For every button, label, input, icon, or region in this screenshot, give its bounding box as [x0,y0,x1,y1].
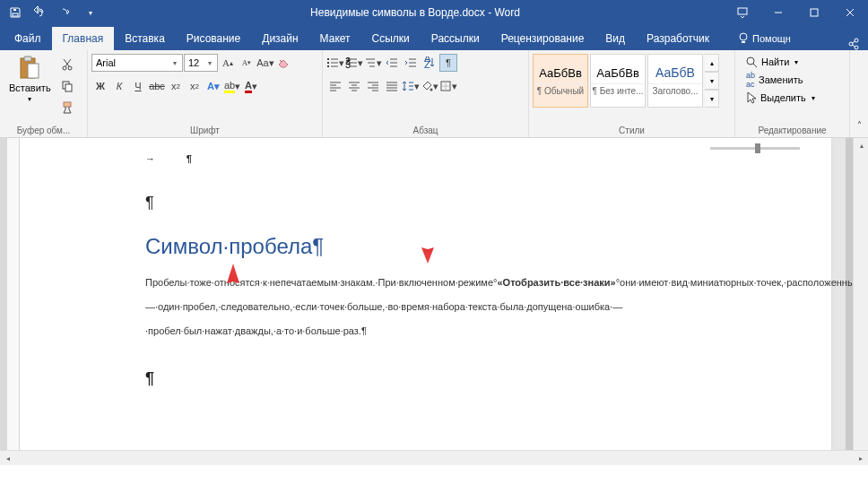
undo-icon [33,6,48,19]
numbering-button[interactable]: 123▾ [345,54,363,72]
grow-font-button[interactable]: A▴ [219,54,237,72]
svg-point-16 [327,58,329,60]
inc-indent-button[interactable] [402,54,420,72]
tab-file[interactable]: Файл [4,27,52,50]
dec-indent-button[interactable] [383,54,401,72]
copy-icon [61,80,74,92]
group-styles-label: Стили [533,124,731,137]
line-spacing-button[interactable]: ▾ [402,77,420,95]
replace-button[interactable]: abac Заменить [742,72,819,88]
tab-view[interactable]: Вид [595,27,636,50]
tab-home[interactable]: Главная [52,27,115,50]
bullets-button[interactable]: ▾ [326,54,344,72]
save-button[interactable] [4,2,27,23]
eraser-icon [277,56,291,69]
copy-button[interactable] [58,77,76,95]
bold-button[interactable]: Ж [91,77,109,95]
group-paragraph-label: Абзац [326,124,525,137]
borders-icon [439,80,452,92]
redo-button[interactable] [54,2,77,23]
end-paragraph-mark: ¶ [145,369,812,388]
shadow-right [846,138,853,465]
horizontal-scrollbar[interactable]: ◂ ▸ [0,450,868,465]
style-label-1: ¶ Без инте... [591,83,645,96]
style-preview-0: АаБбВв [539,66,582,80]
italic-button[interactable]: К [110,77,128,95]
align-justify-button[interactable] [383,77,401,95]
style-no-spacing[interactable]: АаБбВв ¶ Без инте... [590,54,646,108]
font-size-combo[interactable]: 12▾ [184,54,218,72]
align-right-button[interactable] [364,77,382,95]
tab-layout[interactable]: Макет [309,27,361,50]
tab-insert[interactable]: Вставка [114,27,176,50]
scroll-up-button[interactable]: ▴ [854,138,868,153]
select-button[interactable]: Выделить▾ [742,90,819,106]
tab-design[interactable]: Дизайн [251,27,308,50]
cut-button[interactable] [58,56,76,74]
font-name-combo[interactable]: Arial▾ [91,54,183,72]
svg-point-24 [430,89,433,91]
cut-icon [61,58,74,71]
zoom-slider[interactable] [710,147,800,150]
multilevel-button[interactable]: ▾ [364,54,382,72]
underline-button[interactable]: Ч [129,77,147,95]
style-heading1[interactable]: АаБбВ Заголово... [647,54,703,108]
font-name-dd[interactable]: ▾ [169,59,180,67]
tab-draw[interactable]: Рисование [176,27,251,50]
style-label-2: Заголово... [648,83,702,96]
paste-button[interactable]: Вставить ▾ [4,54,56,105]
change-case-button[interactable]: Aa▾ [256,54,274,72]
tell-me-label: Помощн [752,33,791,44]
minimize-button[interactable] [760,0,796,25]
vertical-scrollbar[interactable]: ▴ ▾ [853,138,868,465]
align-center-button[interactable] [345,77,363,95]
tab-review[interactable]: Рецензирование [490,27,595,50]
group-font-label: Шрифт [91,124,318,137]
superscript-button[interactable]: x2 [186,77,204,95]
maximize-icon [810,8,819,17]
align-left-icon [329,81,342,91]
strike-button[interactable]: abc [148,77,166,95]
borders-button[interactable]: ▾ [439,77,457,95]
close-button[interactable] [832,0,868,25]
tab-references[interactable]: Ссылки [361,27,421,50]
annotation-arrow-up [224,264,242,344]
page-scroll[interactable]: → ¶ ¶ Символ·пробела¶ Пробелы·тоже·относ… [20,138,853,465]
text-effects-button[interactable]: A▾ [204,77,222,95]
ribbon-options-button[interactable] [725,0,760,25]
hscroll-right[interactable]: ▸ [853,451,868,466]
shading-button[interactable]: ▾ [421,77,438,95]
shrink-font-button[interactable]: A▾ [238,54,256,72]
qat-customize[interactable]: ▾ [79,2,102,23]
doc-body: Пробелы·тоже·относятся·к·непечатаемым·зн… [145,270,812,342]
font-size-dd[interactable]: ▾ [204,59,215,67]
close-icon [846,8,855,17]
tell-me[interactable]: Помощн [727,27,802,50]
hscroll-left[interactable]: ◂ [0,451,15,466]
format-painter-button[interactable] [58,99,76,117]
tab-mailings[interactable]: Рассылки [421,27,490,50]
hscroll-track[interactable] [15,451,853,466]
align-left-button[interactable] [326,77,344,95]
collapse-ribbon-button[interactable]: ˄ [850,116,868,134]
style-normal[interactable]: АаБбВв ¶ Обычный [533,54,588,108]
share-button[interactable] [839,38,868,50]
svg-point-26 [747,57,754,65]
highlight-button[interactable]: ab▾ [223,77,241,95]
subscript-button[interactable]: x2 [167,77,185,95]
styles-more[interactable]: ▴▾▾ [705,54,719,108]
svg-rect-0 [13,13,18,16]
svg-rect-9 [24,56,31,61]
undo-button[interactable] [29,2,52,23]
show-marks-button[interactable]: ¶ [439,54,457,72]
annotation-arrow-down [419,192,437,264]
tab-developer[interactable]: Разработчик [636,27,720,50]
bulb-icon [738,32,749,45]
clear-format-button[interactable] [275,54,293,72]
find-button[interactable]: Найти▾ [742,54,819,70]
bullets-icon [326,57,339,68]
font-color-button[interactable]: A▾ [242,77,260,95]
sort-button[interactable]: AZ [421,54,438,72]
cursor-icon [746,91,757,104]
maximize-button[interactable] [796,0,832,25]
